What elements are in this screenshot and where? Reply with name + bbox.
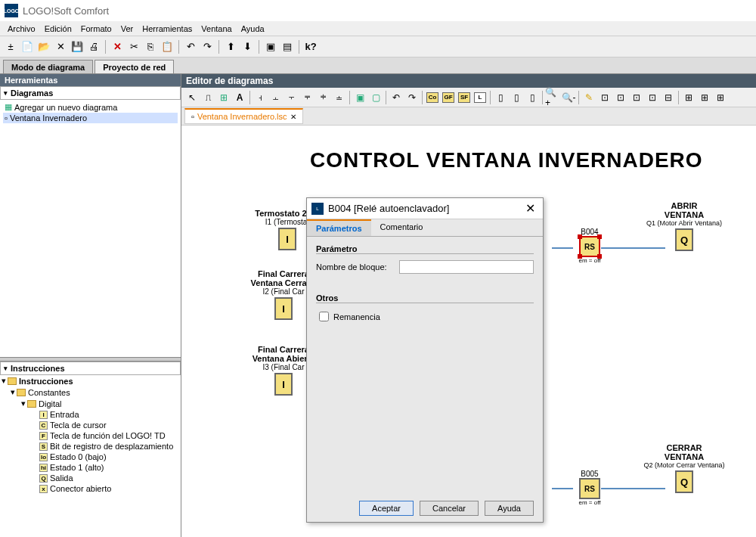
section-parametro: Parámetro [316,244,534,254]
align-right-icon[interactable]: ⫟ [284,90,299,105]
page3-icon[interactable]: ▯ [525,90,540,105]
tool-b-icon[interactable]: ⊡ [613,90,628,105]
tab-diagram-mode[interactable]: Modo de diagrama [3,60,93,73]
connect-icon[interactable]: ⎍ [200,90,215,105]
tool-g-icon[interactable]: ⊞ [697,90,712,105]
tree-constants[interactable]: ▾ Constantes [0,386,181,398]
help-icon[interactable]: k? [303,39,318,54]
tool-h-icon[interactable]: ⊞ [713,90,728,105]
block-b5[interactable]: RS [579,478,600,499]
diagram-canvas[interactable]: CONTROL VENTANA INVERNADERO Termostato 2… [181,126,756,537]
page2-icon[interactable]: ▯ [509,90,524,105]
tool-c-icon[interactable]: ⊡ [629,90,644,105]
block-b4-label: B004 [567,228,612,236]
block-i1[interactable]: I [278,228,296,250]
tab-network-project[interactable]: Proyecto de red [94,60,174,73]
tool-e-icon[interactable]: ⊟ [661,90,676,105]
align-left-icon[interactable]: ⫞ [253,90,268,105]
editor-tab-file[interactable]: ▫ Ventana Invernadero.lsc ✕ [184,108,303,124]
pointer-icon[interactable]: ↖ [184,90,200,105]
diagrams-header[interactable]: ▾ Diagramas [0,86,181,100]
redo2-icon[interactable]: ↷ [404,90,420,105]
zoom-in-icon[interactable]: 🔍+ [545,90,560,105]
add-diagram-item[interactable]: ▦ Agregar un nuevo diagrama [3,101,178,113]
tree-leaf-i[interactable]: IEntrada [0,409,181,420]
diagram-file-icon: ▫ [191,112,194,121]
close-tab-icon[interactable]: ✕ [290,113,296,121]
tool-d-icon[interactable]: ⊡ [645,90,660,105]
expand-icon[interactable]: ± [3,39,18,54]
align-top-icon[interactable]: ⫧ [300,90,315,105]
diagram-item-current[interactable]: ▫ Ventana Invernadero [3,113,178,123]
send-back-icon[interactable]: ▢ [368,90,383,105]
bring-front-icon[interactable]: ▣ [352,90,367,105]
new-icon[interactable]: 📄 [20,39,35,54]
align-mid-icon[interactable]: ⫩ [316,90,331,105]
menu-ventana[interactable]: Ventana [197,23,236,35]
instructions-header[interactable]: ▾ Instrucciones [0,362,181,375]
align-bot-icon[interactable]: ⫨ [332,90,347,105]
sidebar: Herramientas ▾ Diagramas ▦ Agregar un nu… [0,74,181,537]
dialog-tab-comentario[interactable]: Comentario [371,219,432,236]
tool-a-icon[interactable]: ⊡ [597,90,612,105]
block-b4[interactable]: RS [579,236,600,257]
redo-icon[interactable]: ↷ [200,39,215,54]
block-type-icon: Q [39,474,48,483]
cancel-button[interactable]: Cancelar [420,501,479,516]
menu-herramientas[interactable]: Herramientas [138,23,197,35]
tree-root-instructions[interactable]: ▾ Instrucciones [0,375,181,386]
sf-icon[interactable]: SF [457,90,472,105]
menu-formato[interactable]: Formato [76,23,116,35]
open-icon[interactable]: 📂 [36,39,51,54]
menu-edicion[interactable]: Edición [40,23,76,35]
window-title: LOGO!Soft Comfort [23,5,109,17]
upload-icon[interactable]: ⬆ [223,39,238,54]
pan-icon[interactable]: ⊞ [216,90,231,105]
help-button[interactable]: Ayuda [485,501,534,516]
gf-icon[interactable]: GF [441,90,456,105]
zoom-out-icon[interactable]: 🔍- [561,90,576,105]
block-i3[interactable]: I [274,373,293,396]
block-q1[interactable]: Q [675,228,693,251]
co-icon[interactable]: Co [425,90,440,105]
tree-leaf-q[interactable]: QSalida [0,473,181,483]
block-i2[interactable]: I [274,297,293,320]
window-icon[interactable]: ▣ [263,39,278,54]
download-icon[interactable]: ⬇ [240,39,255,54]
tree-leaf-c[interactable]: CTecla de cursor [0,420,181,430]
paste-icon[interactable]: 📋 [160,39,175,54]
delete-icon[interactable]: ✕ [110,39,125,54]
tree-leaf-hi[interactable]: hiEstado 1 (alto) [0,462,181,473]
mode-tabbar: Modo de diagrama Proyecto de red [0,57,756,74]
color-icon[interactable]: ✎ [581,90,596,105]
cut-icon[interactable]: ✂ [126,39,141,54]
checkbox-remanencia[interactable] [319,312,329,321]
tree-digital[interactable]: ▾ Digital [0,398,181,409]
menu-archivo[interactable]: Archivo [3,23,40,35]
undo-icon[interactable]: ↶ [183,39,198,54]
dialog-close-icon[interactable]: ✕ [522,201,538,216]
dialog-titlebar[interactable]: L B004 [Relé autoenclavador] ✕ [307,198,543,219]
tree-leaf-f[interactable]: FTecla de función del LOGO! TD [0,430,181,441]
menu-ver[interactable]: Ver [116,23,138,35]
menu-ayuda[interactable]: Ayuda [237,23,269,35]
dialog-tab-parametros[interactable]: Parámetros [307,219,371,236]
align-center-icon[interactable]: ⫠ [268,90,284,105]
tree-leaf-s[interactable]: SBit de registro de desplazamiento [0,441,181,452]
tree-leaf-lo[interactable]: loEstado 0 (bajo) [0,452,181,462]
tool-f-icon[interactable]: ⊞ [681,90,696,105]
l-icon[interactable]: L [472,90,488,105]
copy-icon[interactable]: ⎘ [143,39,158,54]
ok-button[interactable]: Aceptar [359,501,414,516]
block-q2[interactable]: Q [675,470,693,493]
tree-leaf-x[interactable]: xConector abierto [0,483,181,494]
close-icon[interactable]: ✕ [53,39,68,54]
input-block-name[interactable] [399,260,534,274]
save-icon[interactable]: 💾 [70,39,85,54]
text-icon[interactable]: A [232,90,247,105]
page1-icon[interactable]: ▯ [493,90,508,105]
block-b5-label: B005 [567,470,612,478]
print-icon[interactable]: 🖨 [86,39,101,54]
windows-icon[interactable]: ▤ [280,39,295,54]
undo2-icon[interactable]: ↶ [389,90,404,105]
